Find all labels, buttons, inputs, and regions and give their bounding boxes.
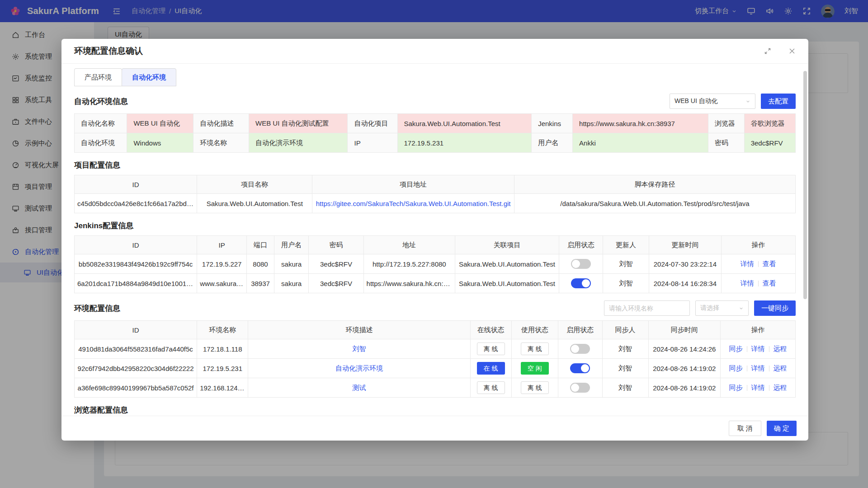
- cell-updater: 刘智: [603, 274, 649, 293]
- enable-toggle[interactable]: [571, 278, 591, 288]
- detail-link[interactable]: 详情: [751, 345, 765, 352]
- env-desc-link[interactable]: 刘智: [353, 345, 366, 352]
- cell-label: Jenkins: [532, 114, 573, 133]
- automation-select[interactable]: WEB UI 自动化: [670, 94, 755, 109]
- chevron-down-icon: [739, 306, 744, 311]
- tab-product-env[interactable]: 产品环境: [74, 68, 122, 86]
- modal-footer: 取 消 确 定: [61, 416, 808, 441]
- column-header: 使用状态: [511, 321, 558, 339]
- cell-user: sakura: [274, 254, 309, 274]
- chevron-down-icon: [745, 99, 750, 104]
- tab-automation-env[interactable]: 自动化环境: [122, 68, 176, 86]
- modal-expand-icon[interactable]: [764, 47, 771, 55]
- env-desc-link[interactable]: 测试: [353, 384, 366, 391]
- column-header: 更新时间: [649, 236, 722, 254]
- usage-status-badge[interactable]: 离 线: [521, 343, 549, 355]
- modal-close-icon[interactable]: [788, 47, 796, 55]
- column-header: 操作: [721, 321, 796, 339]
- column-header: ID: [75, 236, 197, 254]
- cell-syncer: 刘智: [602, 378, 648, 398]
- online-status-badge[interactable]: 离 线: [477, 381, 505, 394]
- cell-project: Sakura.Web.UI.Automation.Test: [455, 274, 559, 293]
- column-header: 端口: [247, 236, 274, 254]
- view-link[interactable]: 查看: [763, 260, 776, 267]
- cell-label: 自动化名称: [75, 114, 127, 133]
- detail-link[interactable]: 详情: [741, 279, 754, 287]
- cell-id: 92c6f7942dbb42958220c304d6f22222: [75, 359, 197, 378]
- column-header: 启用状态: [559, 236, 603, 254]
- cell-value: WEB UI 自动化: [127, 114, 193, 133]
- cell-address: https://www.sakura.hk.cn:3...: [363, 274, 455, 293]
- cell-password: 3edc$RFV: [309, 254, 363, 274]
- column-header: 脚本保存路径: [514, 175, 795, 194]
- section-title-env: 环境配置信息: [74, 303, 120, 314]
- table-row: 4910d81da3064f5582316fad7a440f5c 172.18.…: [75, 339, 796, 359]
- action-divider: [769, 346, 769, 352]
- column-header: 项目名称: [197, 175, 312, 194]
- sync-link[interactable]: 同步: [729, 384, 743, 391]
- usage-status-badge[interactable]: 空 闲: [521, 362, 549, 375]
- modal-title: 环境配置信息确认: [74, 45, 143, 57]
- remote-link[interactable]: 远程: [774, 345, 787, 352]
- cell-project: Sakura.Web.UI.Automation.Test: [455, 254, 559, 274]
- column-header: 密码: [309, 236, 363, 254]
- cell-label: 自动化描述: [193, 114, 249, 133]
- cell-syncer: 刘智: [602, 359, 648, 378]
- cell-port: 38937: [247, 274, 274, 293]
- online-status-badge[interactable]: 离 线: [477, 343, 505, 355]
- cell-synced-at: 2024-08-26 14:19:02: [648, 359, 720, 378]
- enable-toggle[interactable]: [570, 363, 590, 373]
- cell-ip: 172.19.5.227: [197, 254, 247, 274]
- view-link[interactable]: 查看: [763, 279, 776, 287]
- confirm-button[interactable]: 确 定: [767, 421, 797, 436]
- table-row: bb5082e3319843f49426b192c9ff754c 172.19.…: [75, 254, 796, 274]
- cell-value: Windows: [127, 133, 193, 153]
- detail-link[interactable]: 详情: [741, 260, 754, 267]
- go-configure-button[interactable]: 去配置: [761, 94, 796, 109]
- cancel-button[interactable]: 取 消: [729, 421, 761, 436]
- env-filter-select[interactable]: 请选择: [695, 300, 749, 316]
- column-header: 同步人: [602, 321, 648, 339]
- column-header: 同步时间: [648, 321, 720, 339]
- cell-user: sakura: [274, 274, 309, 293]
- cell-value: 谷歌浏览器: [744, 114, 795, 133]
- enable-toggle[interactable]: [571, 259, 591, 269]
- column-header: 在线状态: [470, 321, 511, 339]
- detail-link[interactable]: 详情: [751, 364, 765, 372]
- sync-link[interactable]: 同步: [729, 364, 743, 372]
- modal-body: 产品环境 自动化环境 自动化环境信息 WEB UI 自动化 去配置: [61, 63, 808, 416]
- env-desc-link[interactable]: 自动化演示环境: [335, 364, 383, 372]
- column-header: IP: [197, 236, 247, 254]
- enable-toggle[interactable]: [570, 344, 590, 354]
- modal-scrollbar-thumb[interactable]: [803, 71, 807, 299]
- sync-link[interactable]: 同步: [729, 345, 743, 352]
- cell-port: 8080: [247, 254, 274, 274]
- action-divider: [769, 385, 769, 391]
- cell-env-name: 172.19.5.231: [197, 359, 248, 378]
- table-header-row: ID IP 端口 用户名 密码 地址 关联项目 启用状态 更新人 更新时间 操作: [75, 236, 796, 254]
- cell-id: 4910d81da3064f5582316fad7a440f5c: [75, 339, 197, 359]
- column-header: 项目地址: [312, 175, 514, 194]
- env-name-search-input[interactable]: [604, 300, 690, 316]
- remote-link[interactable]: 远程: [774, 384, 787, 391]
- table-header-row: ID 环境名称 环境描述 在线状态 使用状态 启用状态 同步人 同步时间 操作: [75, 321, 796, 339]
- cell-label: 自动化环境: [75, 133, 127, 153]
- project-url-link[interactable]: https://gitee.com/SakuraTech/Sakura.Web.…: [316, 200, 511, 207]
- online-status-badge[interactable]: 在 线: [477, 362, 505, 375]
- usage-status-badge[interactable]: 离 线: [521, 381, 549, 394]
- cell-updated-at: 2024-07-30 23:22:14: [649, 254, 722, 274]
- remote-link[interactable]: 远程: [774, 364, 787, 372]
- cell-value: 3edc$RFV: [744, 133, 795, 153]
- action-divider: [747, 346, 747, 352]
- one-click-sync-button[interactable]: 一键同步: [754, 300, 796, 316]
- env-config-confirm-modal: 环境配置信息确认 产品环境 自动化环境 自动化环境信息: [61, 39, 808, 441]
- action-divider: [747, 385, 747, 391]
- cell-synced-at: 2024-08-26 14:24:26: [648, 339, 720, 359]
- cell-synced-at: 2024-08-26 14:19:02: [648, 378, 720, 398]
- cell-id: a36fe698c89940199967bb5a587c052f: [75, 378, 197, 398]
- detail-link[interactable]: 详情: [751, 384, 765, 391]
- column-header: ID: [75, 175, 197, 194]
- table-row: 自动化环境 Windows 环境名称 自动化演示环境 IP 172.19.5.2…: [75, 133, 796, 153]
- section-title-browser: 浏览器配置信息: [74, 405, 128, 415]
- enable-toggle[interactable]: [570, 383, 590, 393]
